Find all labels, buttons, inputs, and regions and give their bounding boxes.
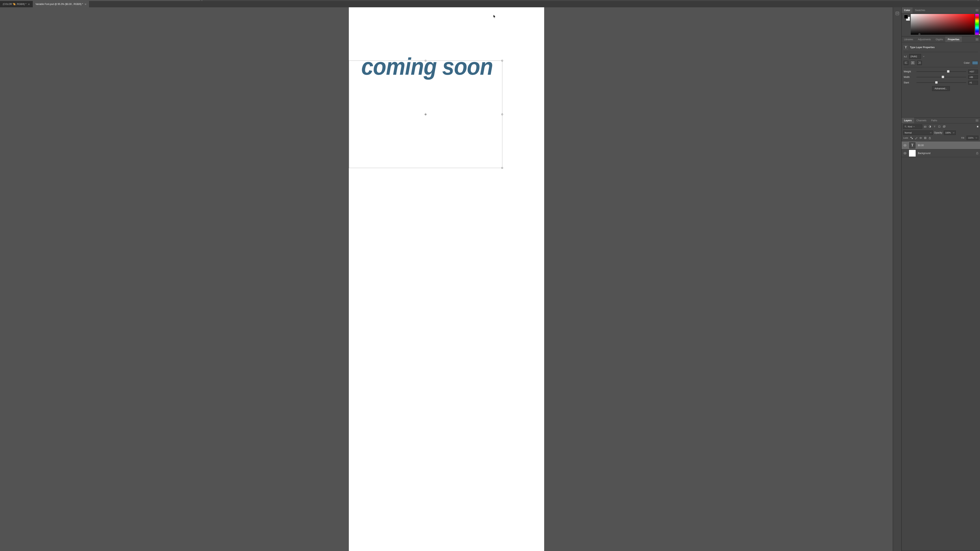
layer-name[interactable]: Background	[918, 152, 931, 155]
tab-adjustments[interactable]: Adjustments	[915, 37, 933, 42]
lock-artboard-icon[interactable]	[924, 137, 926, 139]
panel-menu-icon[interactable]	[974, 38, 980, 40]
slant-slider[interactable]	[916, 83, 966, 83]
opacity-field[interactable]: 100%	[944, 130, 956, 135]
properties-panel-tab-row: Libraries Adjustments Glyphs Properties	[902, 37, 980, 43]
text-color-swatch[interactable]	[972, 61, 978, 65]
svg-point-14	[905, 153, 905, 154]
width-slider[interactable]	[916, 77, 966, 77]
lock-paint-icon[interactable]	[915, 137, 918, 139]
tab-channels[interactable]: Channels	[914, 118, 929, 123]
close-icon[interactable]	[84, 3, 86, 5]
type-layer-icon: T	[904, 45, 908, 49]
tab-swatches[interactable]: Swatches	[913, 7, 928, 13]
slant-value-field[interactable]: +5	[968, 81, 978, 84]
tab-properties[interactable]: Properties	[945, 37, 962, 42]
svg-rect-15	[977, 153, 978, 154]
foreground-background-swatch[interactable]	[904, 15, 910, 21]
document-tab-label: Variable Font.psd @ 95.3% ($0.00 , RGB/8…	[35, 3, 83, 6]
align-center-button[interactable]	[910, 61, 915, 65]
slant-label: Slant	[904, 81, 915, 84]
weight-value-field[interactable]: +637	[968, 70, 978, 73]
filter-shape-icon[interactable]	[937, 125, 941, 129]
svg-rect-12	[929, 138, 931, 139]
tab-glyphs[interactable]: Glyphs	[933, 37, 945, 42]
filter-pixel-icon[interactable]	[923, 125, 927, 129]
panel-menu-icon[interactable]	[974, 119, 980, 121]
color-picker-cursor-icon[interactable]	[919, 33, 920, 35]
transform-center-icon[interactable]	[424, 113, 427, 116]
lock-label: Lock:	[903, 137, 908, 139]
filter-toggle-switch[interactable]	[977, 126, 978, 127]
tab-libraries[interactable]: Libraries	[902, 37, 915, 42]
lock-icon	[976, 152, 978, 154]
color-saturation-value-picker[interactable]	[911, 14, 974, 35]
chevron-down-icon	[953, 132, 955, 133]
svg-rect-5	[939, 126, 940, 127]
layer-filter-kind-dropdown[interactable]: Kind	[903, 124, 922, 129]
properties-panel: Libraries Adjustments Glyphs Properties …	[902, 37, 980, 118]
transform-handle-bottom-right[interactable]	[501, 167, 503, 168]
transform-handle-top[interactable]	[425, 60, 426, 61]
align-right-button[interactable]	[917, 61, 922, 65]
filter-adjustment-icon[interactable]	[928, 125, 932, 129]
tracking-icon	[904, 55, 907, 58]
close-icon[interactable]	[28, 3, 30, 5]
filter-type-icon[interactable]	[933, 125, 936, 129]
layer-list: T $0.00 Background	[902, 141, 980, 551]
canvas-workspace[interactable]: coming soon	[0, 7, 893, 551]
document-tab-label: (COLOR 🐪, RGB/8) *	[3, 3, 26, 6]
properties-header: T Type Layer Properties	[904, 45, 978, 49]
width-value-field[interactable]: +86	[968, 75, 978, 79]
blend-mode-dropdown[interactable]: Normal	[903, 130, 933, 135]
layer-row[interactable]: Background	[902, 149, 980, 157]
document-canvas[interactable]: coming soon	[349, 7, 544, 551]
svg-rect-10	[924, 137, 926, 139]
visibility-eye-icon[interactable]	[903, 144, 907, 147]
width-label: Width	[904, 76, 915, 78]
chevron-down-icon	[913, 126, 915, 127]
transform-bounding-box[interactable]	[349, 60, 502, 168]
weight-slider[interactable]	[916, 71, 966, 72]
history-panel-icon[interactable]	[895, 11, 899, 16]
align-left-button[interactable]	[904, 61, 908, 65]
visibility-eye-icon[interactable]	[903, 151, 907, 155]
foreground-color-swatch[interactable]	[904, 15, 908, 19]
panel-menu-icon[interactable]	[974, 9, 980, 11]
tracking-dropdown[interactable]: (Auto)	[909, 54, 921, 59]
advanced-button[interactable]: Advanced...	[932, 86, 950, 91]
color-hue-strip[interactable]	[975, 14, 979, 35]
layer-thumbnail-type-icon: T	[909, 142, 916, 149]
filter-smart-icon[interactable]	[942, 125, 946, 129]
transform-handle-mid-right[interactable]	[501, 114, 503, 115]
svg-rect-6	[943, 126, 945, 127]
tab-layers[interactable]: Layers	[902, 118, 914, 123]
chevron-down-icon[interactable]	[923, 56, 924, 57]
chevron-down-icon	[976, 137, 977, 139]
svg-point-13	[905, 145, 905, 146]
document-tab-inactive[interactable]: (COLOR 🐪, RGB/8) *	[0, 1, 33, 7]
svg-rect-7	[944, 125, 945, 127]
fill-field[interactable]: 100%	[967, 136, 978, 140]
tracking-value: (Auto)	[910, 55, 917, 58]
document-tab-active[interactable]: Variable Font.psd @ 95.3% ($0.00 , RGB/8…	[33, 1, 89, 7]
blend-opacity-row: Normal Opacity: 100%	[902, 130, 980, 135]
transform-handle-top-right[interactable]	[501, 60, 503, 61]
lock-all-icon[interactable]	[929, 137, 931, 139]
lock-position-icon[interactable]	[920, 137, 922, 139]
svg-rect-8	[910, 137, 912, 138]
color-panel: Color Swatches	[902, 7, 980, 37]
layer-row[interactable]: T $0.00	[902, 141, 980, 149]
fill-label: Fill:	[961, 137, 965, 139]
opacity-label: Opacity:	[934, 131, 943, 134]
opacity-value: 100%	[945, 132, 951, 134]
tab-color[interactable]: Color	[902, 7, 913, 13]
layers-panel-tab-row: Layers Channels Paths	[902, 118, 980, 124]
tab-paths[interactable]: Paths	[929, 118, 940, 123]
layer-name[interactable]: $0.00	[918, 144, 924, 147]
fill-value: 100%	[968, 137, 974, 139]
hue-pointer-icon[interactable]	[979, 34, 980, 35]
svg-point-1	[905, 126, 906, 127]
right-panel-column: Color Swatches	[902, 7, 980, 551]
lock-transparency-icon[interactable]	[910, 137, 913, 139]
